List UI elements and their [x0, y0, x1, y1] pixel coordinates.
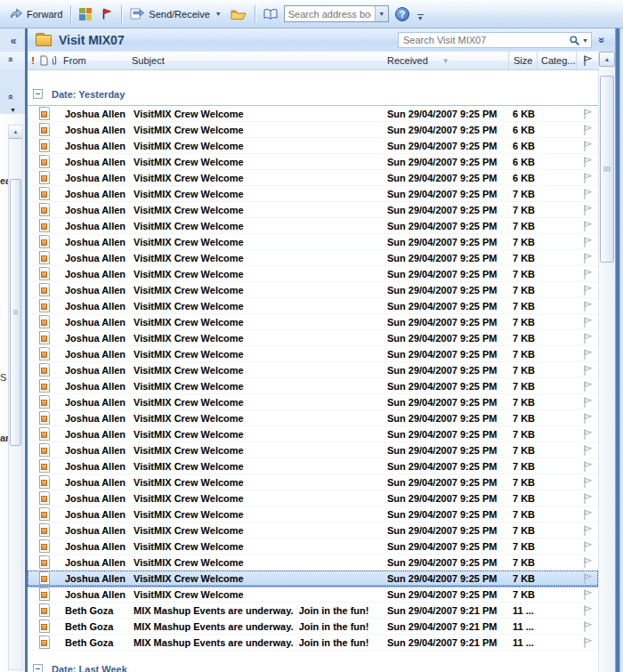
flag-icon[interactable]: [576, 268, 598, 280]
message-row[interactable]: Joshua Allen VisitMIX Crew Welcome Sun 2…: [28, 218, 598, 234]
message-row[interactable]: Beth Goza MIX Mashup Events are underway…: [28, 603, 598, 619]
flag-icon[interactable]: [576, 572, 598, 585]
search-options-arrow-icon[interactable]: ▼: [582, 37, 588, 44]
flag-icon[interactable]: [576, 348, 598, 360]
flag-icon[interactable]: [576, 556, 598, 569]
message-row[interactable]: Joshua Allen VisitMIX Crew Welcome Sun 2…: [28, 458, 598, 474]
message-row[interactable]: Joshua Allen VisitMIX Crew Welcome Sun 2…: [28, 490, 598, 506]
flag-icon[interactable]: [576, 412, 598, 425]
message-row[interactable]: Joshua Allen VisitMIX Crew Welcome Sun 2…: [28, 538, 598, 555]
message-row[interactable]: Joshua Allen VisitMIX Crew Welcome Sun 2…: [28, 186, 598, 202]
flag-icon[interactable]: [576, 252, 598, 264]
flag-icon[interactable]: [576, 204, 598, 216]
column-importance[interactable]: !: [28, 55, 38, 66]
message-row[interactable]: Joshua Allen VisitMIX Crew Welcome Sun 2…: [28, 474, 598, 490]
open-folder-button[interactable]: [226, 6, 251, 22]
message-row[interactable]: Joshua Allen VisitMIX Crew Welcome Sun 2…: [28, 234, 598, 250]
collapse-pane-button[interactable]: «: [4, 33, 22, 48]
flag-icon[interactable]: [576, 476, 598, 489]
help-button[interactable]: ?: [391, 5, 414, 23]
attachment-column-icon[interactable]: [49, 55, 60, 66]
message-row[interactable]: Joshua Allen VisitMIX Crew Welcome Sun 2…: [28, 522, 598, 538]
message-row[interactable]: Joshua Allen VisitMIX Crew Welcome Sun 2…: [28, 410, 598, 426]
flag-icon[interactable]: [576, 540, 598, 553]
message-row[interactable]: Joshua Allen VisitMIX Crew Welcome Sun 2…: [28, 442, 598, 458]
scrollbar-thumb[interactable]: [600, 76, 614, 263]
column-subject[interactable]: Subject: [125, 55, 382, 66]
message-row[interactable]: Joshua Allen VisitMIX Crew Welcome Sun 2…: [28, 346, 598, 362]
chevron-up-icon[interactable]: »: [4, 94, 15, 100]
message-row[interactable]: Joshua Allen VisitMIX Crew Welcome Sun 2…: [28, 170, 598, 186]
flag-icon[interactable]: [576, 172, 598, 184]
scroll-up-icon[interactable]: ▲: [9, 125, 22, 139]
flag-icon[interactable]: [576, 444, 598, 457]
flag-icon[interactable]: [576, 284, 598, 296]
flag-icon[interactable]: [576, 220, 598, 232]
message-row[interactable]: Joshua Allen VisitMIX Crew Welcome Sun 2…: [28, 555, 598, 571]
message-row[interactable]: Joshua Allen VisitMIX Crew Welcome Sun 2…: [28, 394, 598, 410]
flag-icon[interactable]: [576, 236, 598, 248]
message-row[interactable]: Beth Goza MIX Mashup Events are underway…: [28, 619, 598, 635]
group-header-yesterday[interactable]: Date: Yesterday: [28, 83, 598, 106]
message-row[interactable]: Joshua Allen VisitMIX Crew Welcome Sun 2…: [28, 298, 598, 314]
message-row[interactable]: Beth Goza MIX Mashup Events are underway…: [28, 635, 598, 651]
toolbar-options-button[interactable]: ▼: [417, 14, 424, 20]
flag-icon[interactable]: [576, 428, 598, 441]
message-row[interactable]: Joshua Allen VisitMIX Crew Welcome Sun 2…: [28, 250, 598, 266]
flag-icon[interactable]: [576, 604, 598, 617]
flag-icon[interactable]: [576, 508, 598, 521]
collapse-group-icon[interactable]: [33, 89, 43, 99]
flag-icon[interactable]: [576, 188, 598, 200]
message-row[interactable]: Joshua Allen VisitMIX Crew Welcome Sun 2…: [28, 587, 598, 603]
chevron-down-icon[interactable]: ▼: [375, 6, 388, 21]
flag-icon[interactable]: [576, 300, 598, 312]
flag-column-icon[interactable]: [576, 52, 598, 69]
column-received[interactable]: Received ▼: [382, 55, 508, 66]
flag-icon[interactable]: [576, 156, 598, 168]
message-row[interactable]: Joshua Allen VisitMIX Crew Welcome Sun 2…: [28, 506, 598, 522]
message-row[interactable]: Joshua Allen VisitMIX Crew Welcome Sun 2…: [28, 106, 598, 122]
flag-icon[interactable]: [576, 332, 598, 344]
message-row[interactable]: Joshua Allen VisitMIX Crew Welcome Sun 2…: [28, 314, 598, 330]
message-row[interactable]: Joshua Allen VisitMIX Crew Welcome Sun 2…: [28, 122, 598, 138]
follow-up-button[interactable]: [96, 5, 117, 22]
forward-button[interactable]: Forward: [4, 5, 67, 22]
mail-list-scrollbar[interactable]: ▲: [598, 52, 615, 672]
message-row[interactable]: Joshua Allen VisitMIX Crew Welcome Sun 2…: [28, 426, 598, 442]
flag-icon[interactable]: [576, 140, 598, 152]
flag-icon[interactable]: [576, 108, 598, 120]
scrollbar-thumb[interactable]: [10, 179, 21, 446]
column-from[interactable]: From: [60, 55, 125, 66]
flag-icon[interactable]: [576, 380, 598, 393]
message-row[interactable]: Joshua Allen VisitMIX Crew Welcome Sun 2…: [28, 330, 598, 346]
column-categories[interactable]: Categ...: [537, 52, 576, 69]
folder-search-input[interactable]: [403, 35, 569, 45]
flag-icon[interactable]: [576, 620, 598, 633]
search-icon[interactable]: [569, 35, 580, 46]
flag-icon[interactable]: [576, 524, 598, 537]
dropdown-arrow-icon[interactable]: ▼: [10, 107, 16, 113]
message-row[interactable]: Joshua Allen VisitMIX Crew Welcome Sun 2…: [28, 282, 598, 298]
send-receive-button[interactable]: Send/Receive ▼: [125, 5, 225, 22]
flag-icon[interactable]: [576, 316, 598, 328]
flag-icon[interactable]: [576, 396, 598, 409]
message-row[interactable]: Joshua Allen VisitMIX Crew Welcome Sun 2…: [28, 154, 598, 170]
message-row[interactable]: Joshua Allen VisitMIX Crew Welcome Sun 2…: [28, 362, 598, 378]
message-row[interactable]: Joshua Allen VisitMIX Crew Welcome Sun 2…: [28, 266, 598, 282]
address-book-button[interactable]: [259, 6, 282, 22]
nav-pane-scrollbar[interactable]: ▲: [8, 125, 23, 670]
flag-icon[interactable]: [576, 364, 598, 376]
collapse-group-icon[interactable]: [33, 664, 43, 672]
flag-icon[interactable]: [576, 636, 598, 649]
column-size[interactable]: Size: [508, 52, 537, 69]
flag-icon[interactable]: [576, 588, 598, 601]
flag-icon[interactable]: [576, 460, 598, 473]
chevron-up-icon[interactable]: »: [4, 57, 15, 62]
message-row[interactable]: Joshua Allen VisitMIX Crew Welcome Sun 2…: [28, 138, 598, 154]
message-row[interactable]: Joshua Allen VisitMIX Crew Welcome Sun 2…: [28, 378, 598, 394]
group-header-last-week[interactable]: Date: Last Week: [28, 658, 598, 672]
message-row[interactable]: Joshua Allen VisitMIX Crew Welcome Sun 2…: [28, 202, 598, 218]
expand-pane-button[interactable]: »: [592, 34, 611, 46]
categorize-button[interactable]: [75, 6, 96, 22]
flag-icon[interactable]: [576, 492, 598, 505]
